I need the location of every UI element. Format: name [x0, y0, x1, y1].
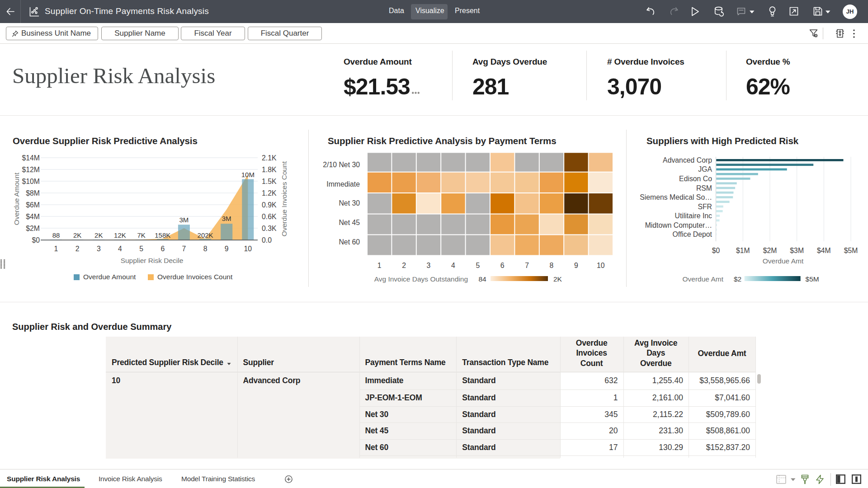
svg-text:9: 9 [225, 245, 229, 253]
svg-text:$12M: $12M [22, 166, 40, 174]
svg-text:7K: 7K [137, 231, 145, 239]
svg-text:Overdue Amount: Overdue Amount [83, 273, 136, 281]
svg-text:Net 60: Net 60 [339, 238, 360, 246]
svg-text:0.3K: 0.3K [262, 225, 277, 232]
svg-text:84: 84 [478, 275, 486, 283]
svg-text:0.6K: 0.6K [262, 213, 277, 221]
svg-text:6: 6 [160, 245, 165, 253]
svg-text:4: 4 [118, 245, 122, 253]
svg-text:1.8K: 1.8K [262, 166, 277, 174]
svg-text:$3M: $3M [790, 247, 804, 254]
svg-text:3M: 3M [222, 215, 231, 222]
svg-text:88: 88 [52, 231, 60, 239]
svg-text:1: 1 [377, 262, 382, 269]
svg-text:158K: 158K [155, 231, 170, 239]
svg-text:Overdue Amount: Overdue Amount [13, 172, 20, 225]
svg-text:0.9K: 0.9K [262, 201, 277, 209]
svg-text:4: 4 [451, 262, 455, 269]
svg-text:JGA: JGA [698, 165, 712, 173]
svg-text:9: 9 [574, 262, 578, 269]
svg-text:2: 2 [402, 262, 406, 269]
svg-text:Overdue Amt: Overdue Amt [683, 275, 724, 283]
svg-text:12K: 12K [114, 231, 126, 239]
svg-text:2K: 2K [94, 231, 103, 239]
svg-text:2/10 Net 30: 2/10 Net 30 [323, 161, 360, 169]
svg-text:$10M: $10M [22, 178, 40, 185]
svg-text:10M: 10M [241, 171, 255, 178]
svg-text:Office Depot: Office Depot [672, 230, 712, 238]
svg-text:5: 5 [476, 262, 480, 269]
svg-text:0.0: 0.0 [262, 236, 272, 244]
svg-text:Edison Co: Edison Co [679, 175, 712, 183]
svg-text:8: 8 [550, 262, 554, 269]
svg-text:7: 7 [525, 262, 529, 269]
svg-text:8: 8 [203, 245, 208, 253]
svg-text:$5M: $5M [806, 275, 819, 283]
svg-text:3: 3 [427, 262, 431, 269]
svg-text:Net 45: Net 45 [339, 219, 360, 226]
svg-text:Net 30: Net 30 [339, 199, 360, 207]
svg-text:$4M: $4M [26, 213, 40, 221]
svg-text:Suppliers with High Predicted: Suppliers with High Predicted Risk [646, 136, 799, 146]
svg-text:2K: 2K [553, 275, 562, 283]
svg-text:$0: $0 [712, 247, 720, 254]
svg-text:$5M: $5M [844, 247, 858, 254]
svg-text:Utilitaire Inc: Utilitaire Inc [675, 212, 712, 220]
svg-text:2K: 2K [73, 231, 81, 239]
svg-text:1: 1 [54, 245, 58, 253]
svg-text:Midtown Computer…: Midtown Computer… [645, 221, 712, 229]
svg-text:2: 2 [75, 245, 80, 253]
svg-text:$4M: $4M [817, 247, 831, 254]
svg-text:6: 6 [500, 262, 505, 269]
svg-text:Supplier Risk Predictive Analy: Supplier Risk Predictive Analysis by Pay… [328, 136, 556, 146]
svg-text:$6M: $6M [26, 201, 40, 209]
svg-text:5: 5 [139, 245, 143, 253]
svg-text:Overdue Invoices Count: Overdue Invoices Count [157, 273, 233, 281]
svg-text:Immediate: Immediate [326, 180, 360, 188]
svg-text:2.1K: 2.1K [262, 154, 277, 162]
svg-text:1.2K: 1.2K [262, 189, 277, 197]
svg-text:$8M: $8M [26, 189, 40, 197]
svg-text:$1M: $1M [736, 247, 750, 254]
svg-text:1.5K: 1.5K [262, 178, 277, 185]
svg-text:Advanced Corp: Advanced Corp [663, 156, 712, 164]
svg-text:$2M: $2M [763, 247, 777, 254]
svg-text:Overdue Amt: Overdue Amt [763, 257, 804, 265]
svg-text:$0: $0 [32, 236, 40, 244]
svg-text:10: 10 [244, 245, 252, 253]
svg-text:Supplier Risk Decile: Supplier Risk Decile [121, 257, 184, 264]
svg-text:7: 7 [182, 245, 186, 253]
svg-text:$2: $2 [734, 275, 741, 283]
svg-text:10: 10 [597, 262, 605, 269]
svg-text:3: 3 [97, 245, 101, 253]
svg-text:Overdue Supplier Risk Predicti: Overdue Supplier Risk Predictive Analysi… [13, 136, 198, 146]
svg-text:Avg Invoice Days Outstanding: Avg Invoice Days Outstanding [374, 275, 468, 283]
svg-text:3M: 3M [179, 216, 189, 224]
svg-text:RSM: RSM [696, 184, 712, 192]
svg-text:SFR: SFR [698, 203, 712, 211]
svg-text:$14M: $14M [22, 154, 40, 162]
svg-text:Overdue Invoices Count: Overdue Invoices Count [280, 161, 288, 236]
svg-text:Siemens Medical So…: Siemens Medical So… [640, 193, 712, 201]
svg-text:$2M: $2M [26, 225, 40, 232]
svg-text:202K: 202K [198, 231, 213, 239]
